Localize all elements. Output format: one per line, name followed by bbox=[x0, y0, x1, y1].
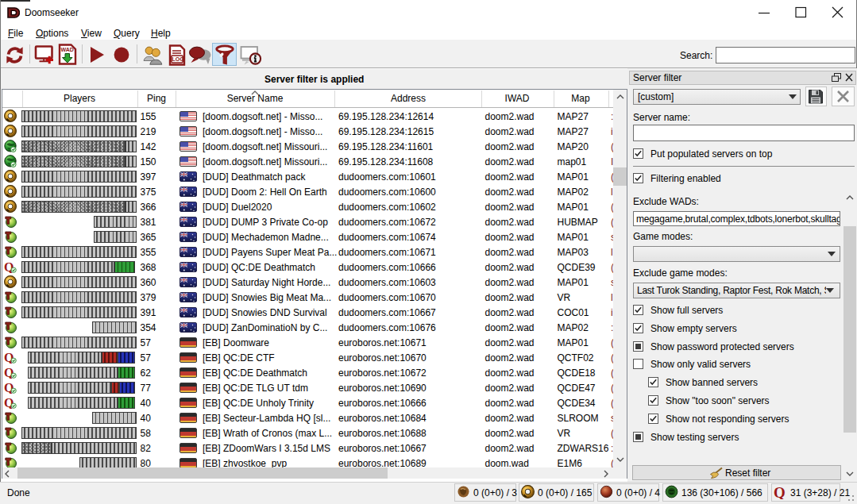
svg-text:WAD: WAD bbox=[61, 47, 74, 52]
svg-text:LOG: LOG bbox=[172, 56, 185, 62]
svg-text:Q: Q bbox=[774, 485, 786, 499]
